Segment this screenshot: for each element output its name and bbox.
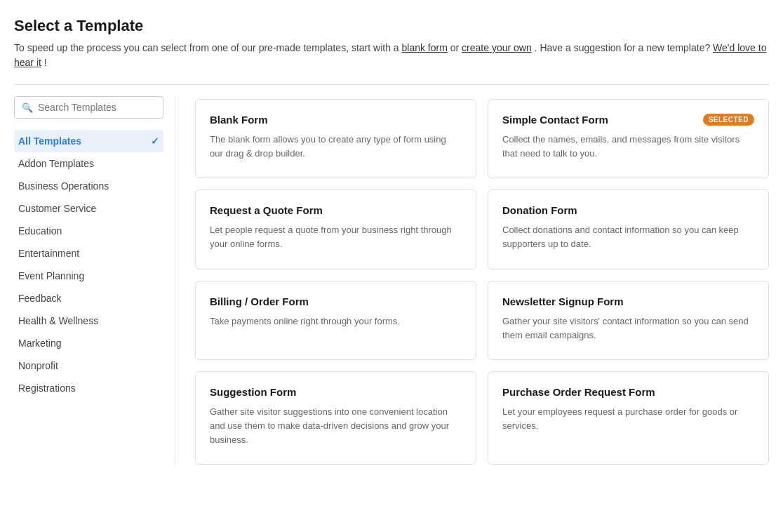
sidebar-item-label: Entertainment xyxy=(18,248,79,259)
page-subtitle: To speed up the process you can select f… xyxy=(14,41,769,70)
template-desc: Take payments online right through your … xyxy=(210,314,462,328)
sidebar-item-label: Event Planning xyxy=(18,270,84,281)
template-desc: Gather site visitor suggestions into one… xyxy=(210,405,462,447)
template-card-billing-form[interactable]: Billing / Order Form Take payments onlin… xyxy=(195,281,476,360)
sidebar-item-feedback[interactable]: Feedback xyxy=(14,287,163,310)
sidebar-item-customer[interactable]: Customer Service xyxy=(14,197,163,220)
template-card-header: Purchase Order Request Form xyxy=(502,386,754,398)
template-desc: The blank form allows you to create any … xyxy=(210,133,462,161)
content-area: 🔍 All Templates ✓ Addon Templates Busine… xyxy=(14,96,769,465)
sidebar-item-label: Addon Templates xyxy=(18,158,94,169)
sidebar-item-label: Nonprofit xyxy=(18,360,58,371)
sidebar-item-label: Marketing xyxy=(18,338,61,349)
search-icon: 🔍 xyxy=(22,102,33,113)
create-own-link[interactable]: create your own xyxy=(462,42,532,53)
sidebar-item-label: All Templates xyxy=(18,135,81,147)
template-name: Request a Quote Form xyxy=(210,204,323,216)
sidebar-item-label: Health & Wellness xyxy=(18,315,98,326)
search-input[interactable] xyxy=(38,102,156,113)
sidebar-item-label: Education xyxy=(18,225,62,237)
template-name: Suggestion Form xyxy=(210,386,296,398)
sidebar-item-entertainment[interactable]: Entertainment xyxy=(14,242,163,265)
template-name: Newsletter Signup Form xyxy=(502,295,624,307)
template-desc: Collect donations and contact informatio… xyxy=(502,223,754,251)
template-card-newsletter-form[interactable]: Newsletter Signup Form Gather your site … xyxy=(488,281,769,360)
template-card-purchase-order[interactable]: Purchase Order Request Form Let your emp… xyxy=(488,371,769,465)
template-card-quote-form[interactable]: Request a Quote Form Let people request … xyxy=(195,189,476,269)
sidebar-item-education[interactable]: Education xyxy=(14,220,163,242)
template-card-suggestion-form[interactable]: Suggestion Form Gather site visitor sugg… xyxy=(195,371,476,465)
main-content: Blank Form The blank form allows you to … xyxy=(175,96,769,465)
check-icon: ✓ xyxy=(151,135,159,147)
sidebar: 🔍 All Templates ✓ Addon Templates Busine… xyxy=(14,96,175,465)
template-desc: Collect the names, emails, and messages … xyxy=(502,133,754,161)
sidebar-item-all[interactable]: All Templates ✓ xyxy=(14,130,163,152)
sidebar-nav: All Templates ✓ Addon Templates Business… xyxy=(14,130,163,399)
template-desc: Let people request a quote from your bus… xyxy=(210,223,462,251)
template-desc: Gather your site visitors' contact infor… xyxy=(502,314,754,343)
sidebar-item-label: Registrations xyxy=(18,383,76,394)
sidebar-item-event[interactable]: Event Planning xyxy=(14,265,163,287)
sidebar-item-business[interactable]: Business Operations xyxy=(14,175,163,197)
template-card-header: Newsletter Signup Form xyxy=(502,295,754,307)
sidebar-item-registrations[interactable]: Registrations xyxy=(14,377,163,399)
template-card-donation-form[interactable]: Donation Form Collect donations and cont… xyxy=(488,189,769,269)
template-name: Purchase Order Request Form xyxy=(502,386,655,398)
template-card-header: Blank Form xyxy=(210,114,462,126)
sidebar-item-label: Feedback xyxy=(18,293,61,304)
template-card-simple-contact[interactable]: Simple Contact Form SELECTED Collect the… xyxy=(488,99,769,178)
template-name: Simple Contact Form xyxy=(502,114,608,126)
template-name: Blank Form xyxy=(210,114,268,126)
template-card-header: Request a Quote Form xyxy=(210,204,462,216)
sidebar-item-nonprofit[interactable]: Nonprofit xyxy=(14,354,163,377)
search-box[interactable]: 🔍 xyxy=(14,96,163,119)
template-card-header: Simple Contact Form SELECTED xyxy=(502,114,754,126)
selected-badge: SELECTED xyxy=(703,114,754,126)
templates-grid: Blank Form The blank form allows you to … xyxy=(195,99,769,465)
sidebar-item-label: Business Operations xyxy=(18,180,109,192)
sidebar-item-addon[interactable]: Addon Templates xyxy=(14,152,163,175)
sidebar-item-label: Customer Service xyxy=(18,203,96,214)
template-name: Billing / Order Form xyxy=(210,295,309,307)
template-name: Donation Form xyxy=(502,204,577,216)
template-desc: Let your employees request a purchase or… xyxy=(502,405,754,433)
template-card-header: Billing / Order Form xyxy=(210,295,462,307)
header-divider xyxy=(14,84,769,85)
page-header: Select a Template To speed up the proces… xyxy=(14,17,769,70)
page-title: Select a Template xyxy=(14,17,769,35)
sidebar-item-marketing[interactable]: Marketing xyxy=(14,332,163,354)
sidebar-item-health[interactable]: Health & Wellness xyxy=(14,310,163,332)
template-card-header: Donation Form xyxy=(502,204,754,216)
template-card-blank-form[interactable]: Blank Form The blank form allows you to … xyxy=(195,99,476,178)
blank-form-link[interactable]: blank form xyxy=(402,42,448,53)
template-card-header: Suggestion Form xyxy=(210,386,462,398)
